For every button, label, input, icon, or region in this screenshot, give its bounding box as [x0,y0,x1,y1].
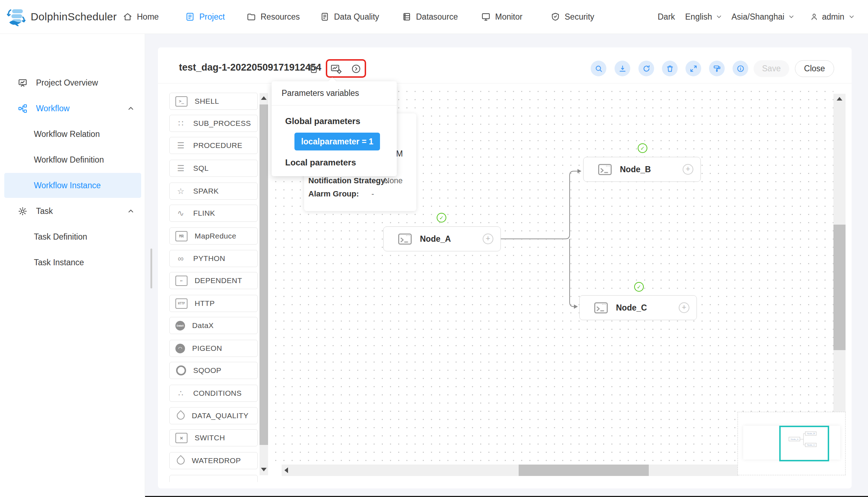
user-menu[interactable]: admin [810,0,855,34]
data-quality-icon [320,12,329,21]
brand[interactable]: DolphinScheduler [6,0,117,34]
palette-item-python[interactable]: ∞ PYTHON [169,250,258,267]
dag-minimap[interactable]: Node_A Node_B Node_C [738,412,846,475]
palette-item-partial[interactable] [169,475,258,482]
http-window-icon: HTTP [175,298,188,309]
download-button[interactable] [615,61,630,76]
nav-datasource[interactable]: Datasource [402,0,458,34]
palette-item-conditions[interactable]: ∴ CONDITIONS [169,385,258,402]
dag-node-node-b[interactable]: Node_B [583,157,701,182]
nav-data-quality[interactable]: Data Quality [320,0,379,34]
info-icon [736,65,745,73]
parameters-variables-button[interactable] [330,63,342,74]
node-connect-plus-button[interactable] [679,302,689,313]
dag-node-node-c[interactable]: Node_C [579,295,697,320]
format-dag-button[interactable] [709,61,725,76]
nav-resources[interactable]: Resources [247,0,300,34]
copy-name-button[interactable] [308,63,319,75]
waterdrop-drop-icon [175,455,186,466]
sidebar-item-task[interactable]: Task [0,198,145,224]
fullscreen-button[interactable] [685,61,701,76]
dag-node-node-a[interactable]: Node_A [383,226,501,251]
data-quality-drop-icon [175,410,186,421]
chevron-up-icon [127,207,135,215]
procedure-database-icon: ☰ [175,142,186,150]
global-parameters-heading: Global parameters [285,116,360,126]
refresh-button[interactable] [638,61,654,76]
palette-item-flink[interactable]: ∿ FLINK [169,205,258,222]
theme-toggle[interactable]: Dark [658,0,675,34]
circle-arrow-right-icon [351,64,361,74]
node-success-badge [437,213,446,222]
switch-box-icon: × [175,433,188,443]
monitor-icon [481,12,491,21]
info-button[interactable] [733,61,748,76]
brand-name: DolphinScheduler [31,11,117,23]
save-button[interactable]: Save [754,60,789,77]
palette-item-procedure[interactable]: ☰ PROCEDURE [169,137,258,154]
minimap-viewport[interactable] [779,426,829,461]
flink-squirrel-icon: ∿ [175,209,186,217]
palette-item-mapreduce[interactable]: MR MapReduce [169,227,258,245]
search-button[interactable] [591,61,606,76]
sidebar-item-workflow-relation[interactable]: Workflow Relation [0,121,145,147]
python-logo-icon: ∞ [175,255,186,263]
shell-terminal-icon [594,302,608,314]
canvas-horizontal-scrollbar-track[interactable] [282,465,739,476]
sidebar-item-workflow-definition[interactable]: Workflow Definition [0,147,145,173]
palette-item-dependent[interactable]: ← DEPENDENT [169,272,258,289]
palette-scroll-down-arrow[interactable] [261,468,267,471]
canvas-scroll-up-arrow[interactable] [837,97,842,101]
tooltip-row-value: - [371,189,374,199]
node-connect-plus-button[interactable] [683,164,693,175]
shell-terminal-icon [598,163,612,176]
sidebar-item-workflow[interactable]: Workflow [0,96,145,121]
refresh-icon [642,65,651,73]
palette-item-switch[interactable]: × SWITCH [169,429,258,446]
fullscreen-icon [689,65,698,73]
sidebar-item-task-definition[interactable]: Task Definition [0,224,145,250]
home-icon [123,12,132,21]
download-icon [618,65,627,73]
palette-item-http[interactable]: HTTP HTTP [169,295,258,312]
nav-home[interactable]: Home [123,0,159,34]
shield-check-icon [551,12,560,21]
timezone-select[interactable]: Asia/Shanghai [731,0,795,34]
language-select[interactable]: English [685,0,723,34]
canvas-vertical-scrollbar-thumb[interactable] [833,225,846,350]
palette-item-datax[interactable]: DataX DataX [169,317,258,334]
trash-icon [666,65,674,73]
palette-item-sqoop[interactable]: SQOOP [169,362,258,379]
canvas-scroll-left-arrow[interactable] [284,467,288,473]
sidebar-item-project-overview[interactable]: Project Overview [0,70,145,96]
palette-item-spark[interactable]: ☆ SPARK [169,183,258,200]
palette-item-sub-process[interactable]: ∷ SUB_PROCESS [169,115,258,132]
palette-scrollbar-thumb[interactable] [260,104,268,445]
tooltip-row-value: None [384,176,403,185]
node-success-badge [634,282,644,292]
nav-monitor[interactable]: Monitor [481,0,523,34]
delete-button[interactable] [662,61,678,76]
palette-item-pigeon[interactable]: ◠ PIGEON [169,340,258,357]
nav-project[interactable]: Project [185,0,225,34]
tooltip-row-label: Notification Strategy: [308,176,387,185]
spark-star-icon: ☆ [175,187,186,195]
palette-item-sql[interactable]: ☰ SQL [169,160,258,177]
node-connect-plus-button[interactable] [483,234,493,244]
close-button[interactable]: Close [795,60,834,77]
workflow-icon [18,104,27,113]
nav-security[interactable]: Security [551,0,594,34]
palette-item-data-quality[interactable]: DATA_QUALITY [169,407,258,424]
pigeon-bird-icon: ◠ [175,344,185,353]
sidebar-resize-handle[interactable] [150,248,152,288]
sidebar-item-workflow-instance[interactable]: Workflow Instance [0,173,145,198]
canvas-horizontal-scrollbar-thumb[interactable] [519,465,649,476]
chart-board-icon [18,78,27,88]
palette-item-shell[interactable]: >_ SHELL [169,93,258,110]
task-palette: >_ SHELL ∷ SUB_PROCESS ☰ PROCEDURE ☰ SQL… [167,90,260,482]
palette-scroll-up-arrow[interactable] [261,96,267,100]
sidebar-item-task-instance[interactable]: Task Instance [0,250,145,275]
view-variables-button[interactable] [351,64,361,74]
parameters-variables-popup: Parameters variables Global parameters l… [272,81,397,176]
palette-item-waterdrop[interactable]: WATERDROP [169,452,258,469]
